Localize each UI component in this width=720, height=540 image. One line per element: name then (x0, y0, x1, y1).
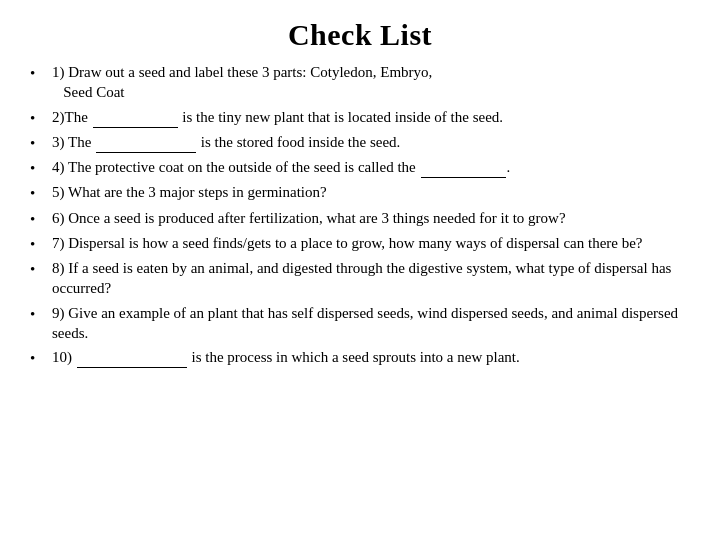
list-item: • 6) Once a seed is produced after ferti… (30, 208, 690, 229)
bullet-2: • (30, 108, 48, 128)
blank-3 (96, 132, 196, 153)
list-item: • 5) What are the 3 major steps in germi… (30, 182, 690, 203)
bullet-1: • (30, 63, 48, 83)
item-text-2: 2)The is the tiny new plant that is loca… (52, 107, 690, 128)
bullet-8: • (30, 259, 48, 279)
item-text-9: 9) Give an example of an plant that has … (52, 303, 690, 344)
blank-2 (93, 107, 178, 128)
list-item: • 7) Dispersal is how a seed finds/gets … (30, 233, 690, 254)
item-text-1: 1) Draw out a seed and label these 3 par… (52, 62, 690, 103)
item-text-6: 6) Once a seed is produced after fertili… (52, 208, 690, 228)
page-title: Check List (30, 18, 690, 52)
list-item: • 4) The protective coat on the outside … (30, 157, 690, 178)
bullet-9: • (30, 304, 48, 324)
bullet-4: • (30, 158, 48, 178)
list-item: • 9) Give an example of an plant that ha… (30, 303, 690, 344)
item-text-3: 3) The is the stored food inside the see… (52, 132, 690, 153)
list-item: • 2)The is the tiny new plant that is lo… (30, 107, 690, 128)
bullet-6: • (30, 209, 48, 229)
list-item: • 3) The is the stored food inside the s… (30, 132, 690, 153)
list-item: • 1) Draw out a seed and label these 3 p… (30, 62, 690, 103)
list-item: • 10) is the process in which a seed spr… (30, 347, 690, 368)
item-text-4: 4) The protective coat on the outside of… (52, 157, 690, 178)
item-text-7: 7) Dispersal is how a seed finds/gets to… (52, 233, 690, 253)
item-text-5: 5) What are the 3 major steps in germina… (52, 182, 690, 202)
list-item: • 8) If a seed is eaten by an animal, an… (30, 258, 690, 299)
blank-10 (77, 347, 187, 368)
bullet-7: • (30, 234, 48, 254)
page: Check List • 1) Draw out a seed and labe… (0, 0, 720, 540)
checklist: • 1) Draw out a seed and label these 3 p… (30, 62, 690, 372)
item-text-8: 8) If a seed is eaten by an animal, and … (52, 258, 690, 299)
bullet-10: • (30, 348, 48, 368)
bullet-3: • (30, 133, 48, 153)
blank-4 (421, 157, 506, 178)
bullet-5: • (30, 183, 48, 203)
item-text-10: 10) is the process in which a seed sprou… (52, 347, 690, 368)
